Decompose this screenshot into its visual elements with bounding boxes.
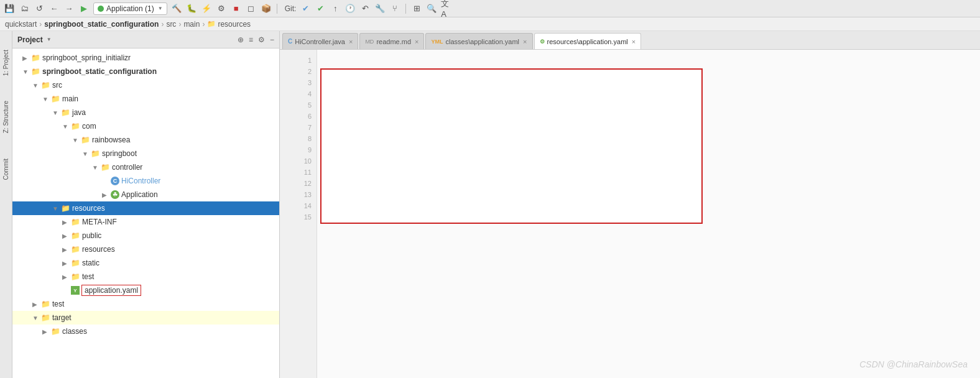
line-8: 8 bbox=[280, 133, 317, 144]
translate-icon[interactable]: 文A bbox=[441, 3, 452, 14]
tree-item-label: springboot_static_configuration bbox=[42, 67, 157, 76]
tab-close-icon[interactable]: × bbox=[349, 38, 353, 45]
expand-arrow: ▼ bbox=[22, 68, 31, 75]
tree-item-test[interactable]: ▶ 📁 test bbox=[12, 270, 279, 284]
collapse-icon[interactable]: ≡ bbox=[249, 35, 253, 44]
project-panel-header: Project ▼ ⊕ ≡ ⚙ − bbox=[12, 31, 279, 48]
yaml-file-icon: Y bbox=[71, 286, 80, 295]
project-dropdown-icon[interactable]: ▼ bbox=[47, 37, 52, 42]
tree-item-src[interactable]: ▼ 📁 src bbox=[12, 78, 279, 92]
project-header-icons: ⊕ ≡ ⚙ − bbox=[238, 35, 274, 44]
tree-item-classes[interactable]: ▶ 📁 classes bbox=[12, 325, 279, 338]
tree-item-springboot-static-configuration[interactable]: ▼ 📁 springboot_static_configuration bbox=[12, 65, 279, 78]
breadcrumb-item-4[interactable]: main bbox=[183, 20, 200, 29]
vtab-project[interactable]: 1: Project bbox=[2, 50, 9, 76]
save-icon[interactable]: 💾 bbox=[4, 3, 15, 14]
tree-item-meta-inf[interactable]: ▶ 📁 META-INF bbox=[12, 215, 279, 229]
tree-item-springboot[interactable]: ▼ 📁 springboot bbox=[12, 147, 279, 160]
back-icon[interactable]: ← bbox=[49, 3, 60, 14]
tree-item-application[interactable]: ▶ ☘ Application bbox=[12, 188, 279, 201]
expand-arrow: ▶ bbox=[42, 328, 51, 335]
line-9: 9 bbox=[280, 144, 317, 155]
git-wrench-icon[interactable]: 🔧 bbox=[374, 3, 386, 14]
application-button[interactable]: Application (1) ▼ bbox=[93, 2, 167, 15]
breadcrumb-item-5[interactable]: 📁 resources bbox=[207, 19, 251, 29]
git-push-icon[interactable]: ✔ bbox=[315, 3, 326, 14]
forward-icon[interactable]: → bbox=[63, 3, 75, 14]
breadcrumb-item-2[interactable]: springboot_static_configuration bbox=[44, 20, 159, 29]
folder-icon: 📁 bbox=[51, 327, 60, 336]
tree-item-label: application.yaml bbox=[81, 285, 141, 296]
tab-close-icon[interactable]: × bbox=[415, 38, 418, 45]
settings-icon[interactable]: ⚙ bbox=[258, 35, 265, 44]
tab-readme-md[interactable]: MD readme.md × bbox=[359, 33, 424, 49]
expand-arrow: ▶ bbox=[32, 301, 41, 308]
breadcrumb-item-1[interactable]: quickstart bbox=[5, 20, 37, 29]
folder-icon: 📁 bbox=[61, 108, 70, 117]
line-6: 6 bbox=[280, 111, 317, 122]
tab-close-icon[interactable]: × bbox=[523, 38, 527, 45]
tree-item-java[interactable]: ▼ 📁 java bbox=[12, 106, 279, 119]
vertical-tabs: 1: Project Z: Structure Commit bbox=[0, 31, 12, 378]
tree-item-main[interactable]: ▼ 📁 main bbox=[12, 92, 279, 106]
deploy-icon[interactable]: 📦 bbox=[261, 3, 272, 14]
tree-item-controller[interactable]: ▼ 📁 controller bbox=[12, 160, 279, 174]
coverage-icon[interactable]: ◻ bbox=[246, 3, 257, 14]
tab-classes-application-yaml[interactable]: YML classes\application.yaml × bbox=[425, 33, 532, 49]
expand-arrow: ▼ bbox=[92, 164, 101, 171]
tree-item-springboot-spring-initializr[interactable]: ▶ 📁 springboot_spring_initializr bbox=[12, 51, 279, 65]
expand-arrow: ▶ bbox=[62, 260, 71, 267]
tab-hicontroller-java[interactable]: C HiController.java × bbox=[282, 33, 358, 49]
folder-icon: 📁 bbox=[71, 272, 80, 281]
tree-item-hicontroller[interactable]: ▶ C HiController bbox=[12, 174, 279, 188]
line-13: 13 bbox=[280, 189, 317, 200]
tree-item-rainbowsea[interactable]: ▼ 📁 rainbowsea bbox=[12, 133, 279, 147]
profile-icon[interactable]: ⚡ bbox=[201, 3, 212, 14]
run-icon[interactable]: ▶ bbox=[78, 3, 90, 14]
folder-icon: 📁 bbox=[71, 245, 80, 254]
build-icon[interactable]: 🔨 bbox=[171, 3, 182, 14]
tree-item-com[interactable]: ▼ 📁 com bbox=[12, 119, 279, 133]
stop-icon[interactable]: ■ bbox=[231, 3, 242, 14]
tree-item-application-yaml[interactable]: ▶ Y application.yaml bbox=[12, 284, 279, 297]
tree-item-label: java bbox=[72, 108, 86, 117]
minimize-icon[interactable]: − bbox=[270, 35, 274, 44]
line-10: 10 bbox=[280, 155, 317, 167]
project-icon[interactable]: 🗂 bbox=[19, 3, 30, 14]
tab-label: resources\application.yaml bbox=[547, 38, 628, 45]
expand-arrow: ▼ bbox=[52, 205, 61, 212]
tree-item-target[interactable]: ▼ 📁 target bbox=[12, 311, 279, 325]
git-history-icon[interactable]: 🕐 bbox=[344, 3, 356, 14]
tree-item-static[interactable]: ▶ 📁 static bbox=[12, 256, 279, 270]
editor-icon[interactable]: ⊞ bbox=[411, 3, 422, 14]
vtab-commit[interactable]: Commit bbox=[2, 159, 9, 180]
editor-content: 1 2 3 4 5 6 7 8 9 10 11 12 13 14 15 CSDN… bbox=[280, 50, 980, 378]
tree-item-test-root[interactable]: ▶ 📁 test bbox=[12, 297, 279, 311]
locate-icon[interactable]: ⊕ bbox=[238, 35, 244, 44]
folder-icon: 📁 bbox=[41, 313, 50, 322]
search-icon[interactable]: 🔍 bbox=[426, 3, 437, 14]
settings-icon2[interactable]: ⚙ bbox=[216, 3, 227, 14]
tree-item-label: src bbox=[52, 81, 62, 90]
tree-item-resources[interactable]: ▼ 📁 resources bbox=[12, 201, 279, 215]
breadcrumb-item-3[interactable]: src bbox=[166, 20, 176, 29]
vtab-structure[interactable]: Z: Structure bbox=[2, 101, 9, 133]
tab-close-icon[interactable]: × bbox=[632, 38, 636, 45]
folder-icon: 📁 bbox=[81, 136, 90, 144]
line-2: 2 bbox=[280, 66, 317, 77]
git-update-icon[interactable]: ↑ bbox=[330, 3, 341, 14]
spring-class-icon: ☘ bbox=[111, 190, 119, 199]
java-class-icon: C bbox=[111, 177, 119, 185]
debug-icon[interactable]: 🐛 bbox=[186, 3, 197, 14]
git-commit-icon[interactable]: ✔ bbox=[300, 3, 311, 14]
expand-arrow: ▶ bbox=[62, 233, 71, 239]
tree-item-label: springboot_spring_initializr bbox=[42, 53, 131, 62]
tab-resources-application-yaml[interactable]: ⚙ resources\application.yaml × bbox=[534, 33, 642, 49]
git-branch-icon[interactable]: ⑂ bbox=[389, 3, 400, 14]
tree-item-resources-sub[interactable]: ▶ 📁 resources bbox=[12, 242, 279, 256]
refresh-icon[interactable]: ↺ bbox=[34, 3, 45, 14]
separator1 bbox=[277, 4, 277, 14]
tree-item-public[interactable]: ▶ 📁 public bbox=[12, 229, 279, 242]
tab-label: classes\application.yaml bbox=[445, 38, 519, 45]
git-rollback-icon[interactable]: ↶ bbox=[359, 3, 371, 14]
